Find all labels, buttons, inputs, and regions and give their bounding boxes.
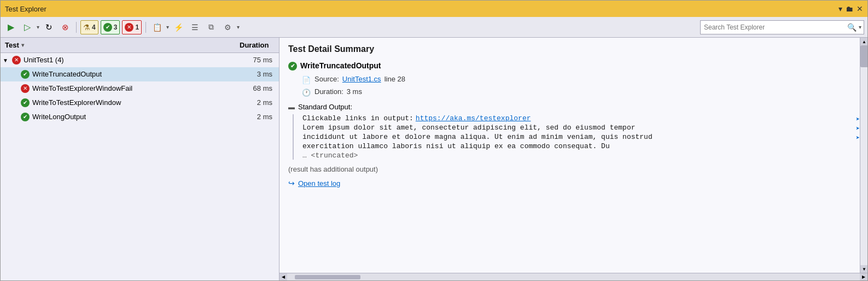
detail-test-name-row: WriteTruncatedOutput xyxy=(288,61,851,71)
scroll-up-button[interactable]: ▲ xyxy=(860,38,867,45)
run-dropdown-arrow[interactable]: ▾ xyxy=(37,24,39,30)
group-button[interactable]: ⧉ xyxy=(204,20,218,34)
detail-duration-row: 🕐 Duration: 3 ms xyxy=(288,87,851,97)
settings-dropdown[interactable]: ▾ xyxy=(237,24,240,30)
wrap-arrow-icon-2: ➤ xyxy=(856,134,860,142)
duration-column-header: Duration xyxy=(235,41,279,49)
list-header: Test ▾ Duration xyxy=(1,38,279,53)
collapse-icon: ▼ xyxy=(3,57,8,63)
search-input[interactable] xyxy=(701,24,844,31)
scrollbar-h-thumb[interactable] xyxy=(295,275,360,279)
run-icon: ▷ xyxy=(24,22,31,32)
fail-icon xyxy=(125,22,133,32)
detail-test-name: WriteTruncatedOutput xyxy=(300,61,381,70)
search-dropdown[interactable]: ▾ xyxy=(859,24,864,30)
test-duration: 68 ms xyxy=(238,84,277,92)
refresh-icon: ↻ xyxy=(45,22,53,32)
cancel-button[interactable]: ⊗ xyxy=(58,20,72,34)
output-toggle-button[interactable]: ▬ xyxy=(288,103,295,111)
window-title: Test Explorer xyxy=(5,5,46,13)
scroll-right-button[interactable]: ▶ xyxy=(860,273,867,281)
test-explorer-window: Test Explorer ▾ 🖿 ✕ ▶ ▷ ▾ ↻ ⊗ ⚗ 4 xyxy=(0,0,868,281)
separator-2 xyxy=(145,22,146,33)
test-group-row[interactable]: ▼ UnitTest1 (4) 75 ms xyxy=(1,53,279,67)
duration-value: 3 ms xyxy=(347,87,362,96)
cancel-icon: ⊗ xyxy=(62,22,69,32)
scroll-left-button[interactable]: ◀ xyxy=(279,273,287,281)
settings-button[interactable]: ⚙ xyxy=(220,20,235,34)
hierarchy-button[interactable]: ☰ xyxy=(188,20,202,34)
pass-badge-button[interactable]: 3 xyxy=(101,20,120,34)
scrollbar-h-track[interactable] xyxy=(295,275,852,279)
open-log-button[interactable]: ↪ Open test log xyxy=(288,179,851,188)
fail-badge-button[interactable]: 1 xyxy=(122,20,142,34)
test-status-icon xyxy=(20,84,30,93)
close-icon[interactable]: ✕ xyxy=(857,4,863,13)
refresh-button[interactable]: ↻ xyxy=(42,20,56,34)
test-sort-icon: ▾ xyxy=(21,42,24,48)
open-log-icon: ↪ xyxy=(288,179,295,188)
test-name: WriteToTestExplorerWindow xyxy=(30,98,238,107)
playlist-dropdown[interactable]: ▾ xyxy=(166,24,169,30)
hierarchy-icon: ☰ xyxy=(191,23,199,32)
test-duration: 2 ms xyxy=(238,98,277,107)
source-link[interactable]: UnitTest1.cs xyxy=(342,75,381,83)
indent: ▼ xyxy=(3,56,11,64)
additional-output: (result has additional output) xyxy=(288,165,851,173)
test-name: WriteLongOutput xyxy=(30,113,238,121)
vertical-scrollbar[interactable]: ▲ ▼ xyxy=(860,38,867,273)
search-box: 🔍 ▾ xyxy=(700,20,864,34)
run-selected-icon: ⚡ xyxy=(174,23,183,32)
detail-content: Test Detail Summary WriteTruncatedOutput… xyxy=(279,38,860,273)
source-line: line 28 xyxy=(385,75,405,83)
output-line-4: exercitation ullamco laboris nisi ut ali… xyxy=(302,142,851,150)
test-row[interactable]: WriteLongOutput 2 ms xyxy=(1,110,279,124)
run-selected-button[interactable]: ⚡ xyxy=(171,20,185,34)
dropdown-icon[interactable]: ▾ xyxy=(838,4,842,13)
test-name: WriteTruncatedOutput xyxy=(30,70,238,78)
group-status-icon xyxy=(11,55,21,65)
output-line-3: incididunt ut labore et dolore magna ali… xyxy=(302,133,851,141)
title-bar-controls: ▾ 🖿 ✕ xyxy=(838,4,863,13)
output-body: Clickable links in output: https://aka.m… xyxy=(293,114,851,160)
pass-count: 3 xyxy=(114,24,118,31)
separator-1 xyxy=(76,22,77,33)
right-panel: Test Detail Summary WriteTruncatedOutput… xyxy=(279,38,867,280)
scroll-down-button[interactable]: ▼ xyxy=(860,265,867,273)
detail-source-row: 📄 Source: UnitTest1.cs line 28 xyxy=(288,75,851,85)
run-all-icon: ▶ xyxy=(8,22,14,32)
detail-status-icon xyxy=(288,61,297,71)
pass-icon xyxy=(103,22,112,32)
playlist-button[interactable]: 📋 xyxy=(150,20,164,34)
left-panel: Test ▾ Duration ▼ UnitTest1 (4) 75 ms xyxy=(1,38,279,280)
scrollbar-track[interactable] xyxy=(860,45,867,265)
test-column-header[interactable]: Test ▾ xyxy=(1,41,235,49)
output-header: ▬ Standard Output: xyxy=(288,103,851,111)
output-line-2: Lorem ipsum dolor sit amet, consectetur … xyxy=(302,124,851,132)
test-status-icon xyxy=(20,69,30,79)
test-row[interactable]: WriteToTestExplorerWindowFail 68 ms xyxy=(1,81,279,96)
toolbar: ▶ ▷ ▾ ↻ ⊗ ⚗ 4 3 1 xyxy=(1,17,867,38)
detail-section-title: Test Detail Summary xyxy=(288,44,851,54)
run-all-button[interactable]: ▶ xyxy=(4,20,18,34)
horizontal-scrollbar[interactable]: ◀ ▶ xyxy=(279,273,867,280)
source-icon: 📄 xyxy=(301,75,311,85)
output-link[interactable]: https://aka.ms/testexplorer xyxy=(416,114,531,122)
open-log-label: Open test log xyxy=(298,179,340,188)
title-bar: Test Explorer ▾ 🖿 ✕ xyxy=(1,1,867,17)
flask-badge-button[interactable]: ⚗ 4 xyxy=(80,20,98,34)
source-label: Source: xyxy=(314,75,339,83)
fail-count: 1 xyxy=(135,24,139,31)
test-status-icon xyxy=(20,98,30,108)
main-content: Test ▾ Duration ▼ UnitTest1 (4) 75 ms xyxy=(1,38,867,280)
test-duration: 3 ms xyxy=(238,70,277,78)
test-row[interactable]: WriteTruncatedOutput 3 ms xyxy=(1,67,279,81)
right-panel-inner: Test Detail Summary WriteTruncatedOutput… xyxy=(279,38,867,273)
pin-icon[interactable]: 🖿 xyxy=(846,4,853,13)
wrap-arrow-icon: ➤ xyxy=(856,125,860,133)
scrollbar-thumb[interactable] xyxy=(860,45,867,67)
test-list: ▼ UnitTest1 (4) 75 ms WriteTruncatedOut xyxy=(1,53,279,280)
test-row[interactable]: WriteToTestExplorerWindow 2 ms xyxy=(1,96,279,110)
search-button[interactable]: 🔍 xyxy=(844,21,859,34)
run-button[interactable]: ▷ xyxy=(20,20,34,34)
